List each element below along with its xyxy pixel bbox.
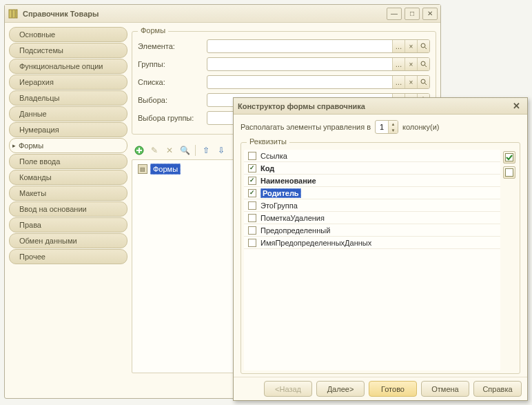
minimize-button[interactable]: —: [387, 8, 402, 20]
requisite-label: Предопределенный: [260, 226, 330, 235]
list-item-label: Формы: [150, 164, 181, 175]
nav-item[interactable]: Поле ввода: [9, 154, 127, 169]
requisites-legend: Реквизиты: [247, 137, 289, 146]
move-up-icon[interactable]: ⇧: [200, 144, 212, 157]
nav-item[interactable]: Подсистемы: [9, 43, 127, 58]
nav-item[interactable]: Иерархия: [9, 75, 127, 90]
columns-label-pre: Располагать элементы управления в: [241, 123, 371, 131]
nav-item[interactable]: Функциональные опции: [9, 59, 127, 74]
nav-item[interactable]: Права: [9, 217, 127, 233]
checkbox[interactable]: [248, 214, 256, 222]
requisite-label: ЭтоГруппа: [260, 201, 298, 210]
spin-down-icon[interactable]: ▼: [389, 127, 398, 133]
requisites-fieldset: Реквизиты Ссылка✓Код✓Наименование✓Родите…: [241, 142, 520, 374]
svg-line-8: [424, 83, 427, 86]
columns-input[interactable]: [376, 122, 388, 132]
requisite-row[interactable]: ✓Родитель: [244, 187, 500, 199]
dialog-titlebar: Конструктор формы справочника ✕: [234, 98, 527, 115]
dlg-next-label: Далее>: [327, 385, 354, 393]
close-button[interactable]: ✕: [422, 8, 438, 20]
nav-item[interactable]: Владельцы: [9, 90, 127, 106]
form-row: Списка:…×: [138, 75, 430, 90]
checkbox[interactable]: [248, 239, 256, 247]
requisite-row[interactable]: ✓Код: [244, 162, 500, 175]
magnify-icon[interactable]: 🔍: [178, 144, 191, 157]
dialog-close-button[interactable]: ✕: [509, 101, 523, 112]
dlg-back-button[interactable]: <Назад: [264, 381, 312, 397]
search-icon[interactable]: [417, 76, 429, 88]
dialog-footer: <Назад Далее> Готово Отмена Справка: [234, 377, 527, 400]
nav-item[interactable]: Обмен данными: [9, 233, 127, 248]
nav-item[interactable]: Макеты: [9, 186, 127, 201]
dlg-done-label: Готово: [381, 385, 405, 393]
form-row-label: Выбора:: [138, 96, 207, 104]
columns-label-post: колонку(и): [402, 123, 439, 131]
forms-legend: Формы: [138, 26, 168, 34]
dlg-help-label: Справка: [482, 385, 512, 393]
form-text-input[interactable]: [207, 40, 392, 52]
dlg-cancel-button[interactable]: Отмена: [421, 381, 469, 397]
requisites-list[interactable]: Ссылка✓Код✓Наименование✓РодительЭтоГрупп…: [244, 150, 500, 371]
edit-icon[interactable]: ✎: [148, 144, 161, 157]
svg-line-4: [424, 48, 427, 50]
dlg-done-button[interactable]: Готово: [369, 381, 417, 397]
check-all-icon[interactable]: [503, 151, 515, 164]
svg-point-5: [421, 61, 425, 66]
clear-icon[interactable]: ×: [405, 58, 417, 70]
nav-item[interactable]: Данные: [9, 106, 127, 121]
form-row-label: Группы:: [138, 60, 207, 68]
svg-rect-0: [9, 10, 12, 18]
form-row-label: Списка:: [138, 78, 207, 86]
nav-item[interactable]: Команды: [9, 170, 127, 185]
form-constructor-dialog: Конструктор формы справочника ✕ Располаг…: [233, 97, 528, 401]
form-input[interactable]: …×: [207, 39, 430, 53]
form-text-input[interactable]: [207, 58, 392, 70]
catalog-icon: [8, 8, 19, 19]
clear-icon[interactable]: ×: [405, 76, 417, 88]
ellipsis-icon[interactable]: …: [392, 40, 405, 52]
dlg-back-label: <Назад: [275, 385, 301, 393]
requisite-label: ПометкаУдаления: [260, 214, 325, 222]
titlebar: Справочник Товары — □ ✕: [5, 5, 440, 23]
add-icon[interactable]: [133, 144, 145, 157]
nav-item[interactable]: Формы: [9, 138, 127, 153]
search-icon[interactable]: [417, 40, 429, 52]
dlg-help-button[interactable]: Справка: [473, 381, 522, 397]
nav-item[interactable]: Прочее: [9, 249, 127, 264]
spin-up-icon[interactable]: ▲: [389, 121, 398, 127]
requisite-row[interactable]: ЭтоГруппа: [244, 199, 500, 212]
svg-rect-15: [506, 169, 513, 177]
nav-item[interactable]: Основные: [9, 27, 127, 42]
requisite-row[interactable]: ИмяПредопределенныхДанных: [244, 237, 500, 249]
requisite-row[interactable]: ПометкаУдаления: [244, 212, 500, 224]
form-input[interactable]: …×: [207, 57, 430, 71]
requisite-row[interactable]: Предопределенный: [244, 224, 500, 237]
checkbox[interactable]: [248, 201, 256, 210]
checkbox[interactable]: [248, 226, 256, 235]
form-text-input[interactable]: [207, 76, 392, 88]
dlg-next-button[interactable]: Далее>: [316, 381, 365, 397]
requisite-row[interactable]: ✓Наименование: [244, 175, 500, 187]
requisite-label: ИмяПредопределенныхДанных: [260, 239, 371, 247]
svg-rect-1: [12, 10, 15, 18]
move-down-icon[interactable]: ⇩: [215, 144, 227, 157]
ellipsis-icon[interactable]: …: [392, 58, 405, 70]
delete-icon[interactable]: ✕: [163, 144, 176, 157]
checkbox[interactable]: ✓: [248, 189, 256, 197]
columns-spinner[interactable]: ▲ ▼: [375, 120, 398, 134]
checkbox[interactable]: ✓: [248, 177, 256, 185]
requisite-label: Код: [260, 164, 274, 172]
checkbox[interactable]: ✓: [248, 164, 256, 172]
maximize-button[interactable]: □: [405, 8, 420, 20]
form-input[interactable]: …×: [207, 75, 430, 89]
uncheck-all-icon[interactable]: [503, 166, 515, 179]
nav-item[interactable]: Нумерация: [9, 122, 127, 137]
requisite-label: Ссылка: [260, 152, 287, 160]
requisite-row[interactable]: Ссылка: [244, 150, 500, 162]
search-icon[interactable]: [417, 58, 429, 70]
form-row-label: Выбора группы:: [138, 114, 207, 122]
clear-icon[interactable]: ×: [405, 40, 417, 52]
checkbox[interactable]: [248, 152, 256, 160]
nav-item[interactable]: Ввод на основании: [9, 201, 127, 217]
ellipsis-icon[interactable]: …: [392, 76, 405, 88]
